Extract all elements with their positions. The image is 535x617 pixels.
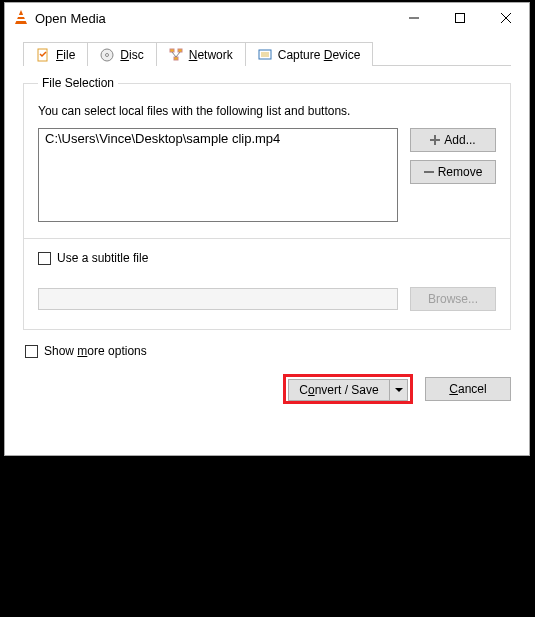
file-icon bbox=[36, 48, 50, 62]
svg-marker-14 bbox=[395, 388, 403, 392]
svg-rect-8 bbox=[178, 49, 182, 52]
svg-rect-13 bbox=[261, 52, 269, 57]
remove-button[interactable]: Remove bbox=[410, 160, 496, 184]
tab-network-label: Network bbox=[189, 48, 233, 62]
svg-point-6 bbox=[106, 53, 109, 56]
tab-capture[interactable]: Capture Device bbox=[245, 42, 374, 66]
svg-line-11 bbox=[176, 52, 180, 57]
convert-save-button[interactable]: Convert / Save bbox=[288, 379, 390, 401]
subtitle-path-input bbox=[38, 288, 398, 310]
vlc-icon bbox=[13, 10, 29, 26]
network-icon bbox=[169, 48, 183, 62]
tabstrip: File Disc Network Capture Device bbox=[5, 33, 529, 65]
svg-rect-7 bbox=[170, 49, 174, 52]
window-controls bbox=[391, 4, 529, 32]
file-selection-hint: You can select local files with the foll… bbox=[38, 104, 496, 118]
minus-icon bbox=[424, 167, 434, 177]
subtitle-checkbox-label: Use a subtitle file bbox=[57, 251, 148, 265]
svg-line-10 bbox=[172, 52, 176, 57]
plus-icon bbox=[430, 135, 440, 145]
minimize-button[interactable] bbox=[391, 4, 437, 32]
file-selection-legend: File Selection bbox=[38, 76, 118, 90]
file-selection-group: File Selection You can select local file… bbox=[23, 76, 511, 239]
more-options-checkbox[interactable] bbox=[25, 345, 38, 358]
titlebar: Open Media bbox=[5, 3, 529, 33]
more-options-row: Show more options bbox=[25, 344, 511, 358]
cancel-button[interactable]: Cancel bbox=[425, 377, 511, 401]
tab-network[interactable]: Network bbox=[156, 42, 246, 66]
browse-button: Browse... bbox=[410, 287, 496, 311]
subtitle-checkbox[interactable] bbox=[38, 252, 51, 265]
convert-highlight: Convert / Save bbox=[283, 374, 413, 404]
svg-rect-1 bbox=[456, 14, 465, 23]
chevron-down-icon bbox=[395, 388, 403, 392]
more-options-label: Show more options bbox=[44, 344, 147, 358]
tab-disc-label: Disc bbox=[120, 48, 143, 62]
tab-file-label: File bbox=[56, 48, 75, 62]
close-button[interactable] bbox=[483, 4, 529, 32]
file-list-item[interactable]: C:\Users\Vince\Desktop\sample clip.mp4 bbox=[45, 131, 391, 146]
open-media-dialog: Open Media File Disc bbox=[4, 2, 530, 456]
tab-capture-label: Capture Device bbox=[278, 48, 361, 62]
add-button[interactable]: Add... bbox=[410, 128, 496, 152]
window-title: Open Media bbox=[35, 11, 391, 26]
tab-file[interactable]: File bbox=[23, 42, 88, 66]
convert-dropdown-button[interactable] bbox=[390, 379, 408, 401]
tab-content: File Selection You can select local file… bbox=[5, 66, 529, 358]
subtitle-group: Use a subtitle file Browse... bbox=[23, 239, 511, 330]
maximize-button[interactable] bbox=[437, 4, 483, 32]
capture-icon bbox=[258, 48, 272, 62]
dialog-footer: Convert / Save Cancel bbox=[5, 368, 529, 404]
tab-disc[interactable]: Disc bbox=[87, 42, 156, 66]
svg-rect-9 bbox=[174, 57, 178, 60]
file-list[interactable]: C:\Users\Vince\Desktop\sample clip.mp4 bbox=[38, 128, 398, 222]
disc-icon bbox=[100, 48, 114, 62]
